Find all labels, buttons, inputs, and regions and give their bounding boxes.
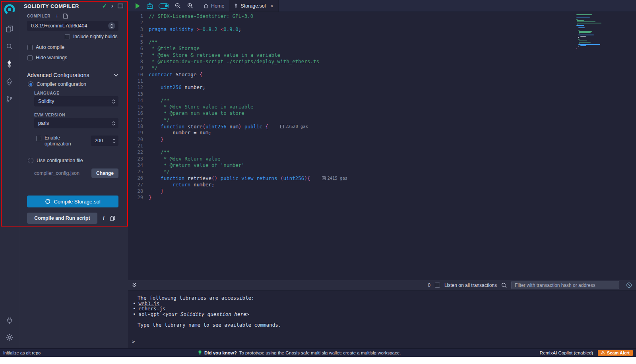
- code-line: 5/**: [128, 39, 636, 45]
- code-line: 15 * @dev Store value in variable: [128, 104, 636, 110]
- code-line: 27 return number;: [128, 182, 636, 188]
- library-hint: <your Solidity question here>: [163, 311, 249, 317]
- code-line: 4: [128, 33, 636, 39]
- code-line: 10contract Storage {: [128, 72, 636, 78]
- code-line: 26 function retrieve() public view retur…: [128, 175, 636, 181]
- git-icon[interactable]: [4, 94, 15, 104]
- compile-success-icon: ✓: [102, 3, 107, 9]
- remixai-bot-icon[interactable]: [145, 1, 155, 11]
- terminal-output[interactable]: The following libraries are accessible: …: [128, 290, 636, 345]
- code-line: 14 /**: [128, 97, 636, 104]
- library-name: sol-gpt: [139, 311, 163, 317]
- compile-and-run-button[interactable]: Compile and Run script: [27, 213, 97, 224]
- advanced-configurations-title: Advanced Configurations: [27, 72, 89, 78]
- gas-estimate: 22520 gas: [280, 123, 308, 130]
- compiler-section-label: COMPILER: [27, 14, 50, 18]
- settings-icon[interactable]: [4, 332, 15, 343]
- copilot-status[interactable]: RemixAI Copilot (enabled): [540, 350, 593, 355]
- hide-warnings-checkbox[interactable]: [27, 55, 33, 60]
- stepper-arrows-icon[interactable]: [112, 139, 116, 143]
- language-label: LANGUAGE: [34, 91, 60, 95]
- evm-version-label: EVM VERSION: [34, 113, 65, 117]
- use-configuration-file-radio[interactable]: [28, 158, 33, 163]
- tip-body: To prototype using the Gnosis safe multi…: [239, 350, 401, 355]
- terminal-library-item: •web3.js: [132, 301, 636, 306]
- code-line: 18 function store(uint256 num) public {2…: [128, 123, 636, 130]
- remix-logo-icon[interactable]: [3, 3, 16, 16]
- config-filename[interactable]: compiler_config.json: [34, 170, 80, 176]
- window-gap: [0, 357, 636, 364]
- terminal-prompt[interactable]: >: [132, 339, 636, 345]
- zoom-in-icon[interactable]: [185, 1, 195, 11]
- plugin-manager-icon[interactable]: [4, 316, 15, 326]
- file-explorer-icon[interactable]: [4, 24, 15, 34]
- use-configuration-file-label: Use configuration file: [37, 158, 83, 163]
- tab-storage-sol[interactable]: Storage.sol ×: [229, 0, 278, 12]
- expand-terminal-icon[interactable]: [132, 283, 137, 288]
- compiler-version-select[interactable]: 0.8.19+commit.7dd6d404: [27, 21, 118, 31]
- auto-compile-checkbox[interactable]: [27, 45, 33, 50]
- code-line: 21: [128, 143, 636, 149]
- code-line: 2: [128, 19, 636, 26]
- enable-optimization-checkbox[interactable]: [36, 136, 41, 141]
- chevron-down-icon: [114, 74, 118, 77]
- warning-icon: ⚠: [601, 350, 605, 355]
- icon-sidebar: [0, 0, 19, 348]
- chevron-right-icon[interactable]: ›: [111, 3, 113, 9]
- info-icon[interactable]: i: [103, 215, 105, 221]
- add-compiler-icon[interactable]: +: [55, 13, 58, 19]
- listen-transactions-label: Listen on all transactions: [444, 283, 497, 288]
- listen-transactions-checkbox[interactable]: [435, 283, 440, 288]
- scam-alert-badge[interactable]: ⚠ Scam Alert: [598, 350, 633, 356]
- load-version-icon[interactable]: [63, 14, 68, 19]
- hide-warnings-label: Hide warnings: [36, 55, 67, 60]
- code-line: 28 }: [128, 188, 636, 194]
- version-spinner-icon[interactable]: [108, 22, 115, 29]
- pin-panel-icon[interactable]: [118, 4, 123, 8]
- solidity-compiler-icon[interactable]: [4, 59, 15, 69]
- tip-title: Did you know?: [204, 350, 237, 355]
- copilot-toggle[interactable]: [157, 1, 170, 11]
- compile-button[interactable]: Compile Storage.sol: [27, 196, 118, 207]
- include-nightly-label: Include nightly builds: [73, 34, 117, 39]
- code-line: 7 * @dev Store & retrieve value in a var…: [128, 52, 636, 58]
- select-arrows-icon: [112, 121, 115, 126]
- refresh-icon: [45, 199, 50, 204]
- gas-estimate: 2415 gas: [322, 175, 347, 181]
- code-line: 12 uint256 number;: [128, 84, 636, 91]
- evm-version-select[interactable]: paris: [34, 118, 118, 128]
- code-line: 1// SPDX-License-Identifier: GPL-3.0: [128, 13, 636, 19]
- editor-area: Home Storage.sol × 1// SPDX-License-Iden…: [128, 0, 636, 280]
- compiler-configuration-radio[interactable]: [28, 81, 33, 87]
- enable-optimization-label: Enable optimization: [45, 135, 79, 147]
- search-icon[interactable]: [4, 41, 15, 52]
- code-lines: 1// SPDX-License-Identifier: GPL-3.023pr…: [128, 13, 636, 201]
- include-nightly-checkbox[interactable]: [65, 34, 70, 39]
- optimization-runs-input[interactable]: 200: [91, 136, 118, 146]
- solidity-file-icon: [234, 3, 238, 8]
- home-icon: [204, 4, 208, 8]
- run-script-play-icon[interactable]: [133, 1, 142, 11]
- language-select[interactable]: Solidity: [34, 96, 118, 106]
- change-config-button[interactable]: Change: [91, 168, 118, 178]
- code-line: 9 */: [128, 65, 636, 71]
- git-init-status[interactable]: Initialize as git repo: [0, 350, 41, 355]
- zoom-out-icon[interactable]: [173, 1, 182, 11]
- code-line: 6 * @title Storage: [128, 45, 636, 52]
- code-line: 20 }: [128, 136, 636, 143]
- code-editor[interactable]: 1// SPDX-License-Identifier: GPL-3.023pr…: [128, 12, 636, 280]
- terminal-library-item: •sol-gpt <your Solidity question here>: [132, 312, 636, 317]
- code-line: 19 number = num;: [128, 130, 636, 136]
- advanced-configurations-toggle[interactable]: Advanced Configurations: [27, 71, 118, 79]
- clear-console-icon[interactable]: [626, 282, 632, 288]
- tab-home[interactable]: Home: [199, 0, 229, 12]
- terminal-libraries: •web3.js•ethers.js•sol-gpt <your Solidit…: [132, 301, 636, 317]
- code-line: 29}: [128, 194, 636, 201]
- transaction-filter-input[interactable]: [511, 281, 619, 289]
- code-line: 8 * @custom:dev-run-script ./scripts/dep…: [128, 58, 636, 65]
- deploy-and-run-icon[interactable]: [4, 76, 15, 87]
- minimap[interactable]: [576, 14, 608, 49]
- terminal-search-icon[interactable]: [501, 283, 507, 288]
- close-tab-icon[interactable]: ×: [270, 3, 273, 9]
- copy-icon[interactable]: [110, 216, 115, 221]
